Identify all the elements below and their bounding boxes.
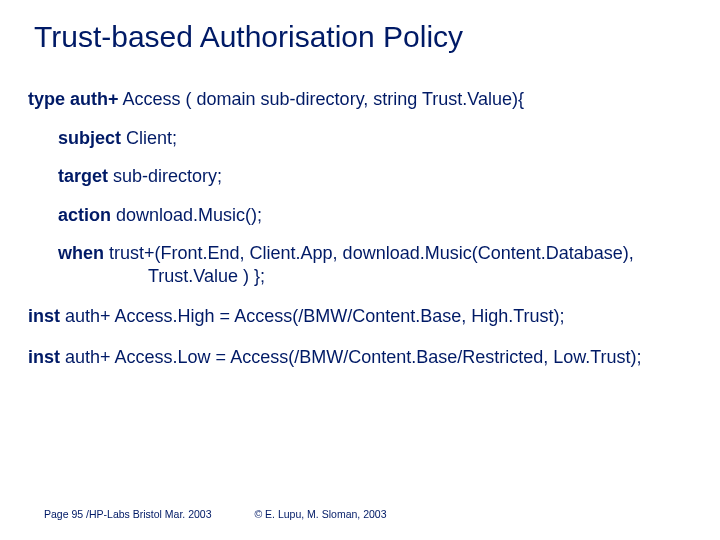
code-text: Trust.Value ) }; [148, 266, 265, 286]
keyword-when: when [58, 243, 104, 263]
code-text: trust+(Front.End, Client.App, download.M… [104, 243, 634, 263]
footer: Page 95 /HP-Labs Bristol Mar. 2003 © E. … [44, 508, 387, 520]
code-line-target: target sub-directory; [58, 165, 692, 188]
slide-title: Trust-based Authorisation Policy [34, 20, 692, 54]
code-text: sub-directory; [108, 166, 222, 186]
code-line-when: when trust+(Front.End, Client.App, downl… [58, 242, 692, 265]
slide: Trust-based Authorisation Policy type au… [0, 0, 720, 540]
keyword-action: action [58, 205, 111, 225]
code-line-type: type auth+ Access ( domain sub-directory… [28, 88, 692, 111]
keyword-type-auth: type auth+ [28, 89, 119, 109]
code-text: download.Music(); [111, 205, 262, 225]
code-text: Access ( domain sub-directory, string Tr… [119, 89, 525, 109]
code-line-inst-high: inst auth+ Access.High = Access(/BMW/Con… [28, 305, 692, 328]
code-line-subject: subject Client; [58, 127, 692, 150]
keyword-inst: inst [28, 347, 60, 367]
code-line-when-cont: Trust.Value ) }; [148, 265, 692, 288]
slide-body: type auth+ Access ( domain sub-directory… [28, 88, 692, 368]
code-text: Client; [121, 128, 177, 148]
keyword-target: target [58, 166, 108, 186]
keyword-subject: subject [58, 128, 121, 148]
code-text: auth+ Access.Low = Access(/BMW/Content.B… [60, 347, 642, 367]
footer-page: Page 95 /HP-Labs Bristol Mar. 2003 [44, 508, 212, 520]
code-line-inst-low: inst auth+ Access.Low = Access(/BMW/Cont… [28, 346, 692, 369]
code-line-action: action download.Music(); [58, 204, 692, 227]
code-text: auth+ Access.High = Access(/BMW/Content.… [60, 306, 565, 326]
keyword-inst: inst [28, 306, 60, 326]
footer-copyright: © E. Lupu, M. Sloman, 2003 [254, 508, 386, 520]
